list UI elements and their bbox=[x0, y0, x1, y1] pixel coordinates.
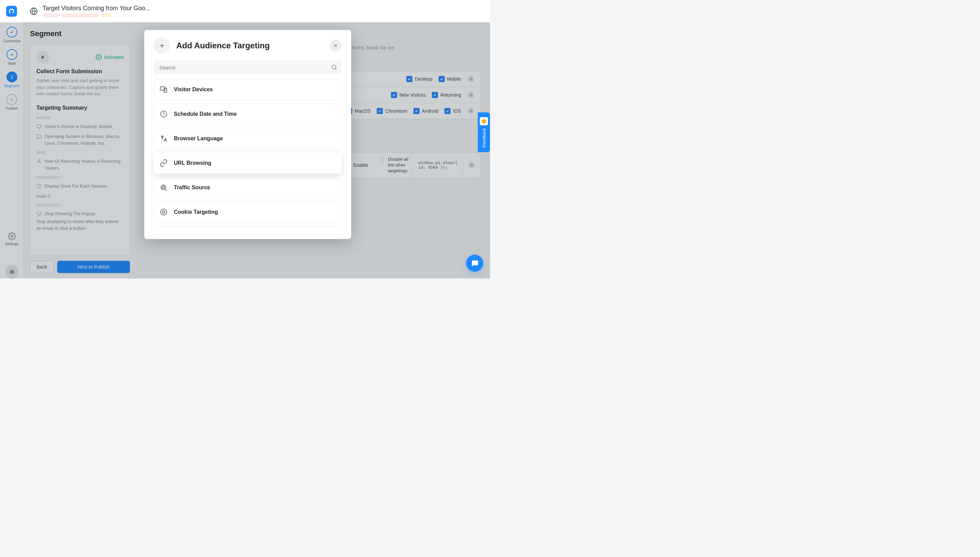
link-icon bbox=[160, 159, 168, 167]
feedback-tab[interactable]: Feedback 🙂 bbox=[478, 112, 490, 152]
modal-list: Visitor Devices Schedule Date and Time B… bbox=[144, 79, 351, 239]
option-cookie[interactable]: Cookie Targeting bbox=[154, 202, 342, 223]
app-logo[interactable] bbox=[6, 6, 17, 17]
option-traffic[interactable]: Traffic Source bbox=[154, 177, 342, 198]
svg-point-12 bbox=[161, 185, 166, 190]
close-icon[interactable] bbox=[329, 39, 342, 52]
option-visitor-devices[interactable]: Visitor Devices bbox=[154, 79, 342, 100]
svg-point-8 bbox=[332, 65, 336, 69]
plus-icon: + bbox=[154, 37, 170, 54]
svg-point-16 bbox=[164, 211, 165, 212]
clock-icon bbox=[160, 110, 168, 118]
option-url-browsing[interactable]: URL Browsing bbox=[154, 153, 342, 174]
svg-point-15 bbox=[162, 211, 163, 212]
option-schedule[interactable]: Schedule Date and Time bbox=[154, 104, 342, 125]
option-language[interactable]: Browser Language bbox=[154, 128, 342, 149]
search-input[interactable] bbox=[154, 60, 342, 74]
devices-icon bbox=[160, 85, 168, 94]
option-partial[interactable] bbox=[154, 226, 342, 230]
magnify-icon bbox=[160, 184, 168, 192]
smiley-icon: 🙂 bbox=[480, 117, 488, 125]
svg-point-18 bbox=[164, 212, 165, 213]
top-header: Target Visitors Coming from Your Goo... bbox=[0, 0, 490, 23]
chat-bubble[interactable] bbox=[466, 255, 483, 272]
svg-point-13 bbox=[162, 186, 164, 188]
svg-point-17 bbox=[163, 213, 163, 213]
globe-icon bbox=[29, 7, 38, 15]
translate-icon bbox=[160, 135, 168, 143]
search-icon bbox=[331, 64, 337, 71]
svg-point-14 bbox=[161, 209, 167, 215]
page-title: Target Visitors Coming from Your Goo... bbox=[42, 5, 151, 12]
add-targeting-modal: + Add Audience Targeting Visitor Devices… bbox=[144, 30, 351, 239]
modal-title: Add Audience Targeting bbox=[176, 41, 323, 50]
cookie-icon bbox=[160, 208, 168, 216]
